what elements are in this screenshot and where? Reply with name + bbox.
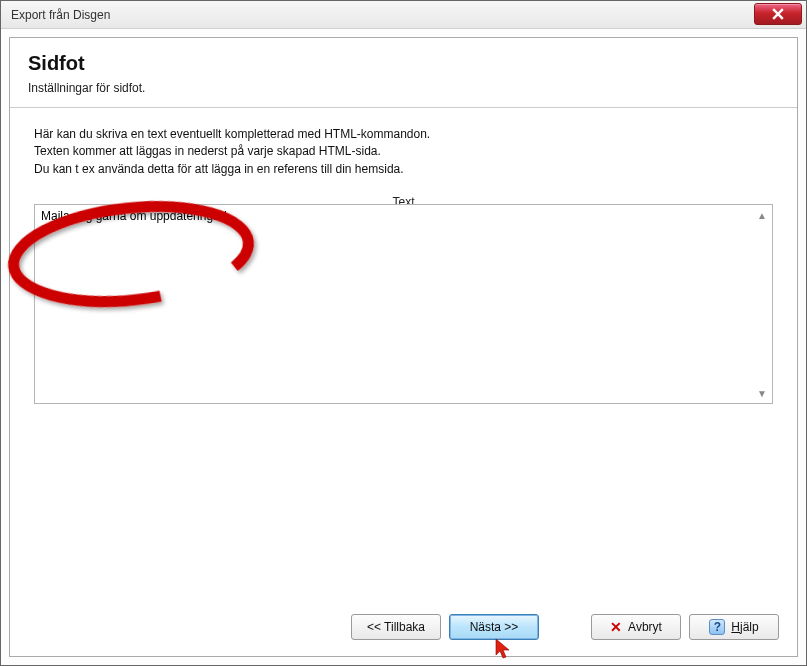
instructions-text: Här kan du skriva en text eventuellt kom…: [34, 126, 773, 178]
client-area: Sidfot Inställningar för sidfot. Här kan…: [1, 29, 806, 665]
instruction-line: Här kan du skriva en text eventuellt kom…: [34, 126, 773, 143]
back-button-label: << Tillbaka: [367, 620, 425, 634]
help-button[interactable]: ? Hjälp: [689, 614, 779, 640]
close-button[interactable]: [754, 3, 802, 25]
text-frame: ▲ ▼: [34, 204, 773, 404]
wizard-body: Här kan du skriva en text eventuellt kom…: [10, 108, 797, 422]
cancel-button-label: Avbryt: [628, 620, 662, 634]
next-button[interactable]: Nästa >>: [449, 614, 539, 640]
window-title: Export från Disgen: [11, 8, 800, 22]
scroll-down-icon[interactable]: ▼: [754, 385, 770, 401]
wizard-frame: Sidfot Inställningar för sidfot. Här kan…: [9, 37, 798, 657]
instruction-line: Du kan t ex använda detta för att lägga …: [34, 161, 773, 178]
help-question-icon: ?: [709, 619, 725, 635]
window-titlebar: Export från Disgen: [1, 1, 806, 29]
cancel-button[interactable]: ✕ Avbryt: [591, 614, 681, 640]
scroll-up-icon[interactable]: ▲: [754, 207, 770, 223]
close-icon: [772, 8, 784, 20]
back-button[interactable]: << Tillbaka: [351, 614, 441, 640]
page-title: Sidfot: [28, 52, 779, 75]
footer-text-input[interactable]: [41, 209, 750, 399]
help-button-label: Hjälp: [731, 620, 758, 634]
instruction-line: Texten kommer att läggas in nederst på v…: [34, 143, 773, 160]
text-fieldset: Text ▲ ▼: [34, 204, 773, 404]
cancel-x-icon: ✕: [610, 620, 622, 634]
page-subtitle: Inställningar för sidfot.: [28, 81, 779, 95]
wizard-button-row: << Tillbaka Nästa >> ✕ Avbryt ? Hjälp: [10, 598, 797, 656]
next-button-label: Nästa >>: [470, 620, 519, 634]
wizard-header: Sidfot Inställningar för sidfot.: [10, 38, 797, 108]
